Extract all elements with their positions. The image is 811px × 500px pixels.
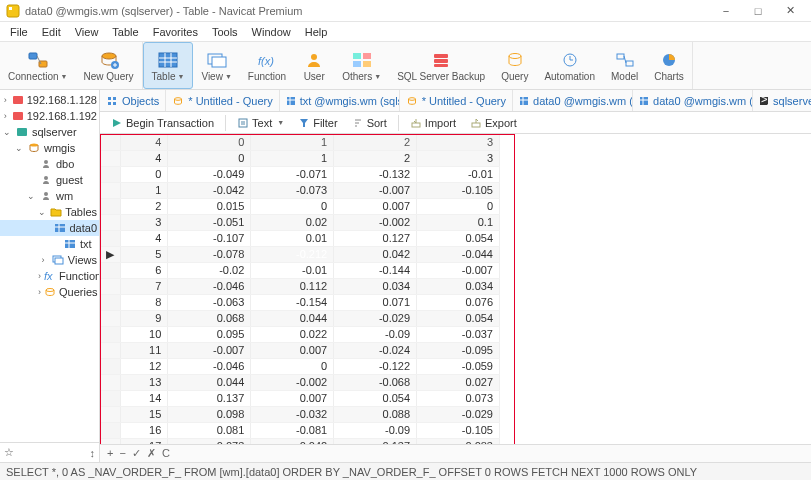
row-marker[interactable] xyxy=(100,230,121,246)
toolbar-user-button[interactable]: User xyxy=(294,42,334,89)
cell[interactable]: 1 xyxy=(251,150,334,166)
cell[interactable]: -0.032 xyxy=(251,406,334,422)
menu-file[interactable]: File xyxy=(4,24,34,40)
cell[interactable]: 6 xyxy=(121,262,168,278)
tab[interactable]: >_sqlserver - Console xyxy=(753,90,811,111)
expand-icon[interactable]: › xyxy=(38,255,48,265)
column-header[interactable]: 2 xyxy=(334,134,417,150)
tree-node-192-168-1-192[interactable]: ›192.168.1.192 xyxy=(0,108,99,124)
table-row[interactable]: 17-0.0730.042-0.137-0.083 xyxy=(100,438,500,444)
cell[interactable]: 17 xyxy=(121,438,168,444)
cell[interactable]: -0.029 xyxy=(417,406,500,422)
cell[interactable]: -0.024 xyxy=(334,342,417,358)
cell[interactable]: -0.007 xyxy=(168,342,251,358)
expand-icon[interactable]: › xyxy=(38,271,41,281)
table-row[interactable]: 7-0.0460.1120.0340.034 xyxy=(100,278,500,294)
table-row[interactable]: 0-0.049-0.071-0.132-0.01 xyxy=(100,166,500,182)
toolbar-connection-button[interactable]: Connection▼ xyxy=(0,42,76,89)
cell[interactable]: -0.068 xyxy=(334,374,417,390)
tree-node-views[interactable]: ›Views xyxy=(0,252,99,268)
cell[interactable]: 0.042 xyxy=(251,438,334,444)
toolbar-charts-button[interactable]: Charts xyxy=(646,42,691,89)
menu-favorites[interactable]: Favorites xyxy=(147,24,204,40)
cell[interactable]: 0.034 xyxy=(334,278,417,294)
row-marker[interactable] xyxy=(100,262,121,278)
cell[interactable]: 0 xyxy=(251,358,334,374)
cell[interactable]: -0.037 xyxy=(417,326,500,342)
tab[interactable]: * Untitled - Query xyxy=(400,90,513,111)
table-row[interactable]: ▶5-0.078-0.2120.042-0.044 xyxy=(100,246,500,262)
tree-node-data0[interactable]: data0 xyxy=(0,220,99,236)
cell[interactable]: 0.095 xyxy=(168,326,251,342)
expand-icon[interactable]: › xyxy=(2,111,9,121)
cell[interactable]: 10 xyxy=(121,326,168,342)
cell[interactable]: 0.112 xyxy=(251,278,334,294)
record-edit-btn[interactable]: + xyxy=(104,447,116,459)
filter-button[interactable]: Filter xyxy=(291,114,344,132)
import-button[interactable]: Import xyxy=(403,114,463,132)
table-row[interactable]: 40123 xyxy=(100,150,500,166)
cell[interactable]: 0.027 xyxy=(417,374,500,390)
favorites-icon[interactable]: ☆ xyxy=(4,446,14,459)
cell[interactable]: 14 xyxy=(121,390,168,406)
tree-node-wm[interactable]: ⌄wm xyxy=(0,188,99,204)
row-marker[interactable] xyxy=(100,214,121,230)
row-marker[interactable] xyxy=(100,374,121,390)
cell[interactable]: 0.034 xyxy=(417,278,500,294)
cell[interactable]: 0.137 xyxy=(168,390,251,406)
expand-icon[interactable]: ⌄ xyxy=(14,143,24,153)
cell[interactable]: 4 xyxy=(121,230,168,246)
cell[interactable]: -0.044 xyxy=(417,246,500,262)
table-row[interactable]: 100.0950.022-0.09-0.037 xyxy=(100,326,500,342)
cell[interactable]: -0.081 xyxy=(251,422,334,438)
column-header[interactable]: 1 xyxy=(251,134,334,150)
cell[interactable]: -0.063 xyxy=(168,294,251,310)
cell[interactable]: 3 xyxy=(417,150,500,166)
cell[interactable]: -0.073 xyxy=(168,438,251,444)
row-marker[interactable] xyxy=(100,166,121,182)
column-header[interactable]: 4 xyxy=(121,134,168,150)
tree-node-wmgis[interactable]: ⌄wmgis xyxy=(0,140,99,156)
toolbar-others-button[interactable]: Others▼ xyxy=(334,42,389,89)
cell[interactable]: 0.088 xyxy=(334,406,417,422)
cell[interactable]: -0.212 xyxy=(251,246,334,262)
cell[interactable]: 2 xyxy=(334,150,417,166)
cell[interactable]: -0.046 xyxy=(168,278,251,294)
cell[interactable]: 0.054 xyxy=(417,230,500,246)
cell[interactable]: -0.02 xyxy=(168,262,251,278)
cell[interactable]: -0.042 xyxy=(168,182,251,198)
cell[interactable]: -0.09 xyxy=(334,326,417,342)
cell[interactable]: 0.068 xyxy=(168,310,251,326)
cell[interactable]: -0.002 xyxy=(251,374,334,390)
tree-node-192-168-1-128[interactable]: ›192.168.1.128 xyxy=(0,92,99,108)
expand-icon[interactable]: ⌄ xyxy=(38,207,47,217)
cell[interactable]: -0.132 xyxy=(334,166,417,182)
cell[interactable]: -0.144 xyxy=(334,262,417,278)
tree-node-dbo[interactable]: dbo xyxy=(0,156,99,172)
column-header[interactable]: 3 xyxy=(417,134,500,150)
tree-node-sqlserver[interactable]: ⌄sqlserver xyxy=(0,124,99,140)
cell[interactable]: 3 xyxy=(121,214,168,230)
cell[interactable]: -0.105 xyxy=(417,422,500,438)
row-marker[interactable] xyxy=(100,342,121,358)
row-marker[interactable] xyxy=(100,358,121,374)
tab[interactable]: data0 @wmgis.wm (s... xyxy=(513,90,633,111)
row-marker[interactable] xyxy=(100,310,121,326)
table-row[interactable]: 12-0.0460-0.122-0.059 xyxy=(100,358,500,374)
toolbar-table-button[interactable]: Table▼ xyxy=(143,42,194,89)
cell[interactable]: 0.127 xyxy=(334,230,417,246)
menu-table[interactable]: Table xyxy=(106,24,144,40)
cell[interactable]: -0.049 xyxy=(168,166,251,182)
cell[interactable]: 0.1 xyxy=(417,214,500,230)
row-marker[interactable] xyxy=(100,294,121,310)
cell[interactable]: 0 xyxy=(121,166,168,182)
cell[interactable]: 8 xyxy=(121,294,168,310)
tab[interactable]: txt @wmgis.wm (sqls... xyxy=(280,90,400,111)
cell[interactable]: -0.059 xyxy=(417,358,500,374)
menu-window[interactable]: Window xyxy=(246,24,297,40)
cell[interactable]: -0.073 xyxy=(251,182,334,198)
table-row[interactable]: 4-0.1070.010.1270.054 xyxy=(100,230,500,246)
record-edit-btn[interactable]: C xyxy=(159,447,173,459)
connection-tree[interactable]: ›192.168.1.128›192.168.1.192⌄sqlserver⌄w… xyxy=(0,90,99,442)
cell[interactable]: -0.007 xyxy=(417,262,500,278)
